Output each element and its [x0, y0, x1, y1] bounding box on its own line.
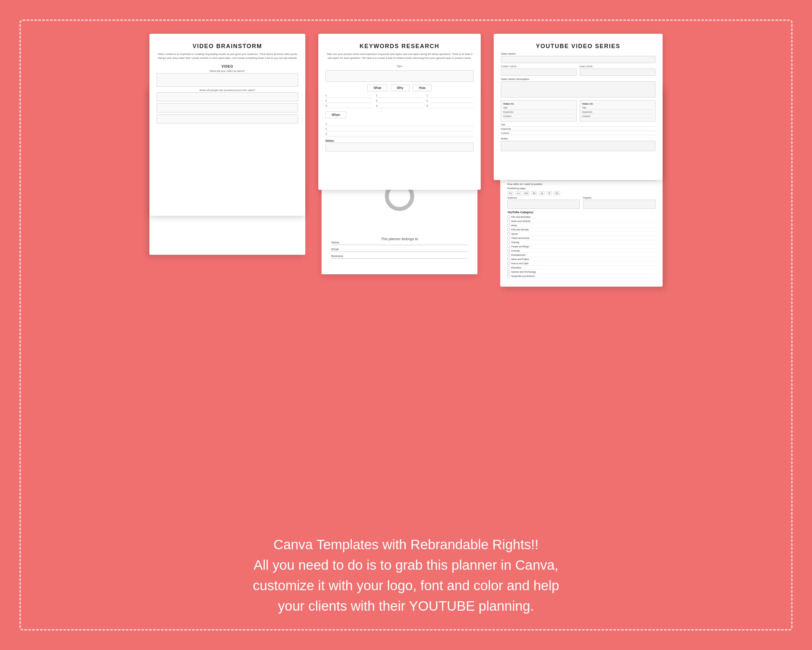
- series-extra-row: Title: Keywords: Content:: [501, 124, 655, 135]
- day-sa: Sa: [554, 191, 560, 195]
- outer-border: CHANNEL OVERVIEW Channel Name Profile Pi…: [20, 20, 792, 630]
- kw-columns: 1. 2. 3. 1. 2. 3. 1. 2. 3.: [325, 94, 473, 108]
- v2-content-field: Content:: [582, 115, 653, 118]
- end-date-label: END DATE :: [580, 65, 655, 68]
- right-column: YOUTUBE PLANNER Title: Keywords:: [494, 34, 662, 180]
- cat-nonprofits: Nonprofits and Activism: [507, 274, 655, 278]
- emotions-input3: [157, 115, 298, 124]
- emotions-label: What will people feel (emotions) from th…: [157, 89, 298, 92]
- v1-title-field: Title:: [503, 107, 574, 110]
- day-su: Su: [507, 191, 513, 195]
- emotions-input: [157, 92, 298, 101]
- keywords-title: KEYWORDS RESEARCH: [325, 43, 473, 50]
- v1-content-field: Content:: [503, 115, 574, 118]
- when-button[interactable]: When: [325, 112, 346, 118]
- cards-area: CHANNEL OVERVIEW Channel Name Profile Pi…: [34, 34, 778, 525]
- cat-entertainment: Entertainment: [507, 253, 655, 257]
- video-section-label: VIDEO: [157, 65, 298, 68]
- cat-people: People and Blogs: [507, 245, 655, 249]
- yt-categories-section: YouTube Category: Film and Animation Aut…: [507, 211, 655, 278]
- notes-series-label: Notes:: [501, 137, 655, 140]
- video-series-label: Video Series:: [501, 52, 655, 55]
- cover-fields: Name Email Business: [331, 241, 468, 259]
- video2-col: Video #2 Title: Keywords: Content:: [580, 100, 655, 122]
- day-lu: Lu: [516, 191, 521, 195]
- cat-comedy: Comedy: [507, 249, 655, 253]
- name-label: Name: [331, 241, 339, 244]
- kw-buttons: What Why How: [325, 84, 473, 91]
- cat-music: Music: [507, 223, 655, 228]
- kw-col-why: 1. 2. 3.: [376, 94, 423, 108]
- start-date-label: START DATE :: [501, 65, 577, 68]
- video1-col: Video #1 Title: Keywords: Content:: [501, 100, 577, 122]
- video2-title: Video #2: [582, 102, 653, 105]
- yt-category-label: YouTube Category:: [507, 211, 655, 214]
- how-button[interactable]: How: [413, 84, 432, 91]
- bottom-line4: your clients with their YOUTUBE planning…: [253, 596, 559, 616]
- pub-freq-label: How often do I want to publish:: [507, 183, 655, 185]
- cover-bottom: This planner belongs to Name Email Busin…: [331, 234, 468, 261]
- series-title: YOUTUBE VIDEO SERIES: [501, 43, 655, 50]
- left-column: CHANNEL OVERVIEW Channel Name Profile Pi…: [150, 34, 305, 216]
- bottom-line3: customize it with your logo, font and co…: [253, 575, 559, 596]
- cat-film: Film and Animation: [507, 215, 655, 219]
- v2-kw-field: Keywords:: [582, 111, 653, 114]
- v1-kw-field: Keywords:: [503, 111, 574, 114]
- why-button[interactable]: Why: [391, 84, 409, 91]
- middle-column: YouTube PLANNER Th: [318, 34, 481, 190]
- what-button[interactable]: What: [367, 84, 387, 91]
- topic-input: [325, 70, 473, 82]
- playlist-field: Playlists:: [583, 197, 655, 209]
- day-vi: Vi: [546, 191, 552, 195]
- kw-when-columns: 1. 2. 3.: [325, 122, 473, 136]
- video-series-input: [501, 56, 655, 63]
- series-notes-row: Notes:: [501, 137, 655, 151]
- series-video-cols: Video #1 Title: Keywords: Content: Video…: [501, 100, 655, 122]
- email-field-line: Email: [331, 248, 468, 252]
- bottom-line1: Canva Templates with Rebrandable Rights!…: [253, 534, 559, 555]
- card-series: YOUTUBE VIDEO SERIES Video Series: START…: [494, 34, 662, 180]
- planner-pub-days-row: Publishing days: Su Lu Ma Mi Ju Vi Sa: [507, 187, 655, 195]
- card-brainstorm: VIDEO BRAINSTORM Video content is so imp…: [150, 34, 305, 216]
- email-label: Email: [331, 248, 339, 251]
- kw-col-how: 1. 2. 3.: [426, 94, 473, 108]
- video1-title: Video #1: [503, 102, 574, 105]
- cat-sports: Sports: [507, 232, 655, 236]
- cat-gaming: Gaming: [507, 240, 655, 245]
- bottom-text: Canva Templates with Rebrandable Rights!…: [253, 534, 559, 616]
- pub-days-list: Su Lu Ma Mi Ju Vi Sa: [507, 191, 655, 195]
- cat-pets: Pets and Animals: [507, 228, 655, 232]
- brainstorm-title: VIDEO BRAINSTORM: [157, 43, 298, 50]
- day-ma: Ma: [523, 191, 530, 195]
- cat-science: Science and Technology: [507, 270, 655, 274]
- playlist-label: Playlists:: [583, 197, 655, 199]
- start-date-field: START DATE :: [501, 65, 577, 76]
- about-label: What will your video be about?: [157, 70, 298, 72]
- about-input: [157, 73, 298, 87]
- brainstorm-subtitle: Video content is so important in creatin…: [157, 52, 298, 60]
- cat-education: Education: [507, 266, 655, 270]
- day-mi: Mi: [531, 191, 537, 195]
- series-title-bottom: Title: Keywords: Content:: [501, 124, 655, 135]
- cat-travel: Travel and Events: [507, 236, 655, 240]
- topic-label: Topic: [325, 65, 473, 67]
- belongs-to-text: This planner belongs to: [331, 237, 468, 241]
- desc-label: Video Series Description: [501, 78, 655, 81]
- business-label: Business: [331, 254, 343, 258]
- bottom-line2: All you need to do is to grab this plann…: [253, 555, 559, 575]
- kw-col-what: 1. 2. 3.: [325, 94, 372, 108]
- cat-howto: How-to and Style: [507, 261, 655, 266]
- v2-title-field: Title:: [582, 107, 653, 110]
- audience-field: Audience:: [507, 197, 580, 209]
- end-date-field: END DATE :: [580, 65, 655, 76]
- notes-input: [325, 142, 473, 151]
- audience-label: Audience:: [507, 197, 580, 199]
- planner-audience-playlist: Audience: Playlists:: [507, 197, 655, 209]
- day-ju: Ju: [539, 191, 544, 195]
- cat-autos: Autos and Vehicles: [507, 219, 655, 223]
- card-keywords: KEYWORDS RESEARCH Take one your product …: [318, 34, 481, 190]
- cat-news: News and Politics: [507, 257, 655, 261]
- emotions-input2: [157, 103, 298, 112]
- planner-pub-freq: How often do I want to publish:: [507, 183, 655, 185]
- desc-textarea: [501, 81, 655, 98]
